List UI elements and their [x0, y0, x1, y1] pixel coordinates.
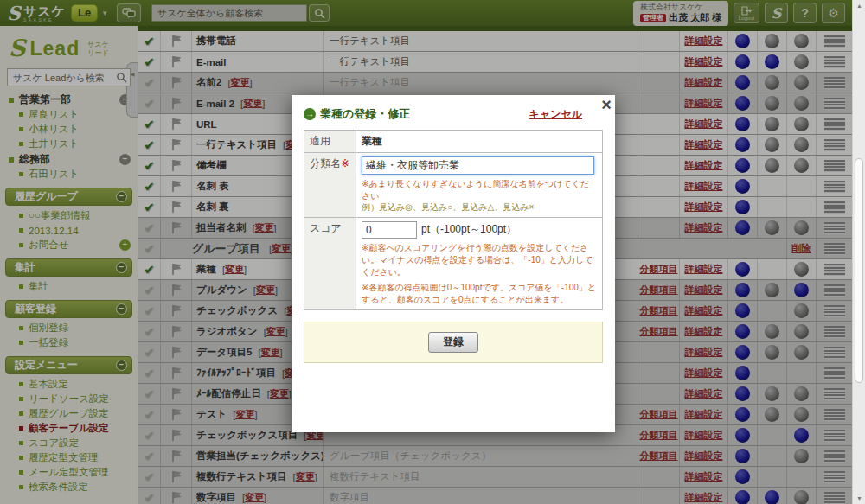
modal-title: 業種の登録・修正: [320, 106, 410, 122]
green-arrow-icon: →: [304, 108, 316, 120]
score-unit: pt（-100pt～100pt）: [421, 222, 516, 237]
modal-form-table: 適用 業種 分類名※ ※あまり長くなりすぎないように簡潔な名前をつけてください …: [304, 130, 603, 310]
score-input[interactable]: [362, 221, 417, 239]
vertical-scrollbar[interactable]: ▲ ▼: [852, 0, 865, 504]
cancel-link[interactable]: キャンセル: [529, 107, 582, 122]
scroll-up-arrow-icon[interactable]: ▲: [853, 3, 865, 9]
category-name-example: 例）見込み◎、見込み○、見込み△、見込み×: [362, 201, 597, 214]
close-icon[interactable]: ×: [601, 95, 612, 114]
register-button[interactable]: 登録: [428, 332, 478, 353]
apply-row: 適用 業種: [304, 131, 603, 153]
app-window: S サスケ SAASKE Le ▼ 株式会社サス: [0, 0, 865, 504]
submit-area: 登録: [304, 322, 603, 363]
apply-value: 業種: [362, 135, 382, 147]
apply-label: 適用: [304, 131, 356, 153]
required-mark: ※: [341, 157, 349, 169]
score-note-2: ※各顧客の得点範囲は0～100ptです。スコア値を「-100」とすると、顧客のス…: [362, 282, 597, 306]
scroll-down-arrow-icon[interactable]: ▼: [853, 495, 865, 501]
category-name-input[interactable]: [362, 156, 594, 175]
score-row: スコア pt（-100pt～100pt） ※顧客へのスコアリングを行う際の点数を…: [304, 217, 603, 309]
score-label: スコア: [304, 217, 356, 309]
category-name-label: 分類名※: [304, 153, 356, 218]
score-note-1: ※顧客へのスコアリングを行う際の点数を設定してください。マイナスの得点を設定する…: [362, 242, 597, 278]
scrollbar-thumb[interactable]: [855, 158, 863, 383]
category-name-row: 分類名※ ※あまり長くなりすぎないように簡潔な名前をつけてください 例）見込み◎…: [304, 153, 603, 218]
category-name-note: ※あまり長くなりすぎないように簡潔な名前をつけてください: [362, 178, 597, 201]
industry-edit-modal: × → 業種の登録・修正 キャンセル 適用 業種 分類名※ ※あまり長くなりすぎ…: [292, 95, 615, 432]
